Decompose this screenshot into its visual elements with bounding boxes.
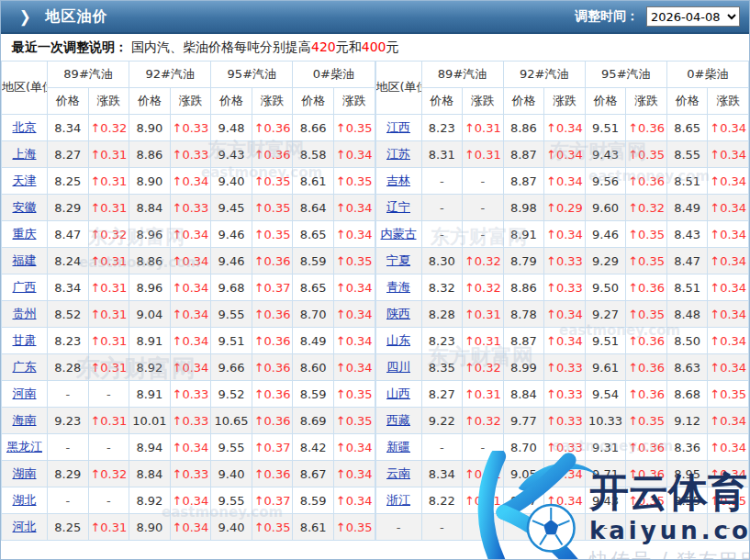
table-row: 重庆8.47↑0.328.96↑0.349.46↑0.358.65↑0.34 <box>2 221 375 248</box>
price-cell: 8.86 <box>503 115 544 141</box>
change-cell: ↑0.33 <box>170 141 211 168</box>
price-cell: 9.51 <box>211 328 252 354</box>
region-link[interactable]: 四川 <box>386 360 410 374</box>
change-cell: ↑0.34 <box>170 487 211 514</box>
region-link[interactable]: 安徽 <box>13 200 37 214</box>
price-cell: - <box>421 195 463 221</box>
price-cell: 8.68 <box>666 381 708 408</box>
region-cell: 青海 <box>375 274 421 301</box>
region-link[interactable]: 陕西 <box>386 307 410 320</box>
change-cell: ↑0.33 <box>544 408 586 434</box>
change-cell: ↑0.32 <box>88 221 129 248</box>
region-link[interactable]: 新疆 <box>386 440 410 454</box>
price-cell: 9.40 <box>211 461 252 487</box>
region-link[interactable]: 甘肃 <box>13 333 37 347</box>
region-link[interactable]: 湖南 <box>13 466 37 480</box>
region-link[interactable]: 云南 <box>386 466 410 480</box>
table-row: 黑龙江--8.94↑0.349.55↑0.378.42↑0.34 <box>2 434 375 461</box>
adjust-time-select[interactable]: 2026-04-08 <box>646 6 740 27</box>
region-cell: 河北 <box>2 514 48 541</box>
change-cell: ↑0.36 <box>626 381 667 408</box>
change-cell: ↑0.34 <box>333 328 375 354</box>
region-link[interactable]: 海南 <box>13 413 37 427</box>
price-cell: 9.45 <box>211 195 252 221</box>
change-cell: - <box>626 514 667 541</box>
change-cell: ↑0.31 <box>88 195 129 221</box>
change-cell: - <box>463 168 504 195</box>
table-row: 湖南8.29↑0.328.84↑0.339.40↑0.368.67↑0.34 <box>2 461 375 487</box>
change-cell: ↑0.31 <box>88 168 129 195</box>
change-cell: ↑0.34 <box>170 354 211 381</box>
region-link[interactable]: 上海 <box>13 147 37 161</box>
table-row: 福建8.24↑0.318.86↑0.349.46↑0.368.59↑0.35 <box>2 248 375 274</box>
price-cell: 9.60 <box>585 195 626 221</box>
region-link[interactable]: 浙江 <box>386 493 410 507</box>
region-link[interactable]: 山东 <box>386 333 410 347</box>
price-cell: - <box>48 487 89 514</box>
region-cell: 西藏 <box>375 408 421 434</box>
price-cell: 8.29 <box>48 195 89 221</box>
price-cell: 8.28 <box>48 354 89 381</box>
change-cell: ↑0.34 <box>708 195 749 221</box>
region-cell: 福建 <box>2 248 48 274</box>
change-cell: ↑0.32 <box>463 408 504 434</box>
region-link[interactable]: 湖北 <box>13 493 37 507</box>
region-header: 地区(单位:元/升) <box>375 62 421 115</box>
region-link[interactable]: 江苏 <box>386 147 410 161</box>
change-cell: ↑0.33 <box>544 434 586 461</box>
change-cell: ↑0.34 <box>544 141 586 168</box>
region-cell: 辽宁 <box>375 195 421 221</box>
region-link[interactable]: 广东 <box>13 360 37 374</box>
region-cell: 天津 <box>2 168 48 195</box>
price-cell: 9.48 <box>211 115 252 141</box>
change-cell: - <box>463 221 504 248</box>
price-cell: 9.51 <box>585 115 626 141</box>
change-cell: ↑0.35 <box>252 514 293 541</box>
region-link[interactable]: 宁夏 <box>386 253 410 267</box>
table-row: 四川8.35↑0.328.99↑0.339.61↑0.368.63↑0.34 <box>375 354 749 381</box>
change-cell: ↑0.35 <box>626 301 667 328</box>
price-cell: 8.27 <box>421 381 463 408</box>
region-link[interactable]: 北京 <box>13 120 37 134</box>
price-cell: 9.46 <box>211 221 252 248</box>
region-link[interactable]: 西藏 <box>386 413 410 427</box>
change-cell: ↑0.33 <box>544 381 586 408</box>
region-link[interactable]: 青海 <box>386 280 410 294</box>
change-cell: ↑0.34 <box>544 328 586 354</box>
table-row: 山东8.23↑0.318.87↑0.349.51↑0.368.50↑0.34 <box>375 328 749 354</box>
change-cell: ↑0.34 <box>708 221 749 248</box>
change-cell: ↑0.34 <box>708 328 749 354</box>
change-header: 涨跌 <box>544 88 586 115</box>
price-cell: 8.36 <box>666 434 708 461</box>
region-link[interactable]: 河南 <box>13 386 37 400</box>
change-cell: ↑0.36 <box>252 248 293 274</box>
region-link[interactable]: 广西 <box>13 280 37 294</box>
region-link[interactable]: 吉林 <box>386 174 410 187</box>
region-link[interactable]: 福建 <box>13 253 37 267</box>
region-link[interactable]: 江西 <box>386 120 410 134</box>
region-link[interactable]: 河北 <box>13 520 37 533</box>
table-row: 青海8.32↑0.328.86↑0.339.50↑0.368.51↑0.34 <box>375 274 749 301</box>
region-cell: 湖南 <box>2 461 48 487</box>
notice-segment: 元 <box>386 39 398 54</box>
price-cell: 8.48 <box>666 301 708 328</box>
region-link[interactable]: 天津 <box>13 174 37 187</box>
group-89-header: 89#汽油 <box>421 62 503 88</box>
region-link[interactable]: 山西 <box>386 386 410 400</box>
region-link[interactable]: 重庆 <box>13 227 37 241</box>
group-0-header: 0#柴油 <box>293 62 375 88</box>
change-cell: ↑0.34 <box>544 115 586 141</box>
region-link[interactable]: 内蒙古 <box>381 227 417 241</box>
region-link[interactable]: 辽宁 <box>386 200 410 214</box>
change-cell: ↑0.33 <box>170 115 211 141</box>
table-row: 甘肃8.23↑0.318.91↑0.349.51↑0.368.49↑0.34 <box>2 328 375 354</box>
region-link[interactable]: 贵州 <box>13 307 37 320</box>
region-link[interactable]: 黑龙江 <box>6 440 42 454</box>
region-cell: 河南 <box>2 381 48 408</box>
change-cell: ↑0.32 <box>463 248 504 274</box>
price-cell: 8.96 <box>129 221 171 248</box>
price-cell: 8.90 <box>129 168 171 195</box>
price-cell: 8.92 <box>129 487 171 514</box>
price-cell: 8.27 <box>48 141 89 168</box>
change-cell: ↑0.36 <box>252 461 293 487</box>
